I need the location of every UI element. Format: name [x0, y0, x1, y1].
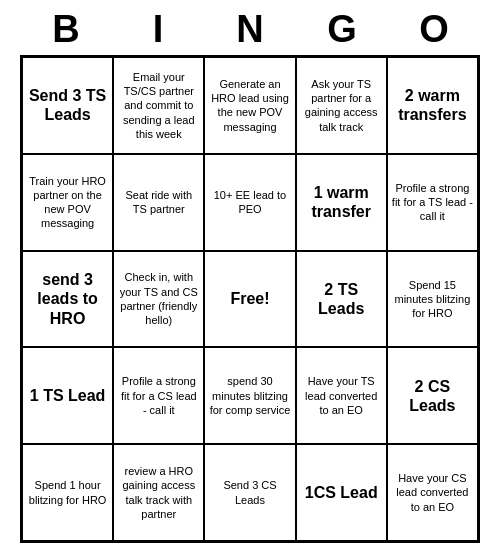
bingo-header: BINGO	[20, 0, 480, 55]
cell-r4c5: 2 CS Leads	[387, 347, 478, 444]
cell-r3c3: Free!	[204, 251, 295, 348]
cell-r4c2: Profile a strong fit for a CS lead - cal…	[113, 347, 204, 444]
bingo-letter-G: G	[298, 8, 386, 51]
cell-r1c3: Generate an HRO lead using the new POV m…	[204, 57, 295, 154]
cell-r2c1: Train your HRO partner on the new POV me…	[22, 154, 113, 251]
cell-r3c4: 2 TS Leads	[296, 251, 387, 348]
bingo-letter-O: O	[390, 8, 478, 51]
cell-r4c4: Have your TS lead converted to an EO	[296, 347, 387, 444]
bingo-letter-B: B	[22, 8, 110, 51]
cell-r5c2: review a HRO gaining access talk track w…	[113, 444, 204, 541]
cell-r2c3: 10+ EE lead to PEO	[204, 154, 295, 251]
cell-r1c1: Send 3 TS Leads	[22, 57, 113, 154]
cell-r4c3: spend 30 minutes blitzing for comp servi…	[204, 347, 295, 444]
cell-r1c4: Ask your TS partner for a gaining access…	[296, 57, 387, 154]
cell-r3c2: Check in, with your TS and CS partner (f…	[113, 251, 204, 348]
cell-r3c5: Spend 15 minutes blitzing for HRO	[387, 251, 478, 348]
cell-r5c1: Spend 1 hour blitzing for HRO	[22, 444, 113, 541]
cell-r3c1: send 3 leads to HRO	[22, 251, 113, 348]
cell-r5c4: 1CS Lead	[296, 444, 387, 541]
bingo-letter-N: N	[206, 8, 294, 51]
cell-r5c5: Have your CS lead converted to an EO	[387, 444, 478, 541]
cell-r1c5: 2 warm transfers	[387, 57, 478, 154]
cell-r1c2: Email your TS/CS partner and commit to s…	[113, 57, 204, 154]
cell-r2c2: Seat ride with TS partner	[113, 154, 204, 251]
bingo-letter-I: I	[114, 8, 202, 51]
bingo-grid: Send 3 TS LeadsEmail your TS/CS partner …	[20, 55, 480, 543]
cell-r5c3: Send 3 CS Leads	[204, 444, 295, 541]
cell-r2c4: 1 warm transfer	[296, 154, 387, 251]
cell-r2c5: Profile a strong fit for a TS lead - cal…	[387, 154, 478, 251]
cell-r4c1: 1 TS Lead	[22, 347, 113, 444]
